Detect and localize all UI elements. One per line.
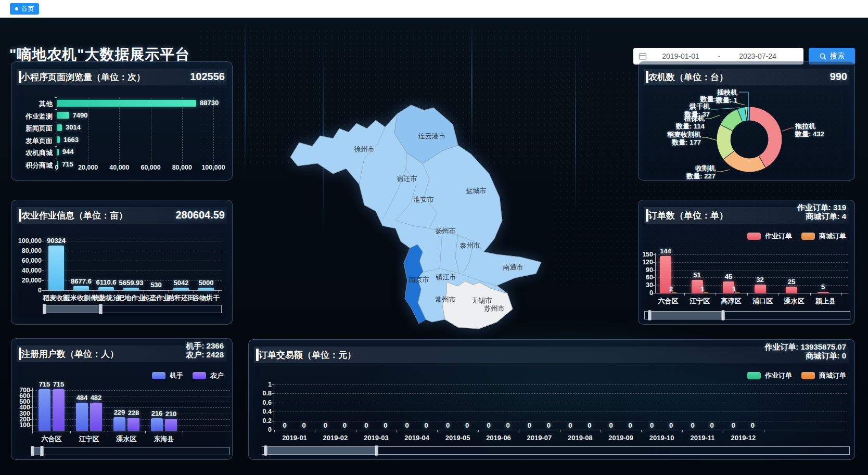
bar[interactable] xyxy=(818,292,829,293)
y-axis-tick-label: 60,000 xyxy=(11,257,42,264)
datazoom-selection[interactable] xyxy=(44,305,101,313)
axis-tick xyxy=(601,430,601,432)
tab-home[interactable]: 首页 xyxy=(10,3,39,15)
axis-tick xyxy=(810,293,811,296)
datazoom-selection[interactable] xyxy=(265,447,377,454)
datazoom-slider[interactable] xyxy=(262,446,850,455)
bar-value-label: 0 xyxy=(648,421,656,429)
axis-tick xyxy=(55,122,57,122)
bar[interactable] xyxy=(73,286,89,290)
decor-streak xyxy=(575,49,576,215)
bar-value-label: 0 xyxy=(585,421,594,429)
axis-tick xyxy=(144,291,144,293)
bar[interactable] xyxy=(57,100,196,107)
bar-value-label: 0 xyxy=(544,421,553,429)
bar[interactable] xyxy=(98,287,114,290)
bar-value-label: 90324 xyxy=(40,237,73,245)
bar[interactable] xyxy=(76,403,88,431)
bar[interactable] xyxy=(755,285,766,293)
bar-value-label: 0 xyxy=(748,421,757,429)
y-axis-tick-label: 60 xyxy=(639,274,653,281)
breadcrumb-bar: 首页 xyxy=(0,0,868,18)
x-axis-line xyxy=(653,293,848,293)
date-separator: - xyxy=(711,52,727,60)
bar[interactable] xyxy=(148,290,164,290)
map-city-label[interactable]: 泰州市 xyxy=(460,241,480,249)
y-axis-tick-label: 80,000 xyxy=(11,247,42,254)
bar[interactable] xyxy=(57,136,60,143)
map-city-label[interactable]: 徐州市 xyxy=(354,145,375,153)
map-city-label[interactable]: 宿迁市 xyxy=(397,175,417,183)
bar[interactable] xyxy=(113,417,125,431)
bar[interactable] xyxy=(123,288,139,290)
y-axis-tick-label: 0 xyxy=(251,426,272,433)
category-label: 其他 xyxy=(11,99,53,109)
category-label: 2019-01 xyxy=(276,434,313,442)
date-start-value[interactable]: 2019-01-01 xyxy=(650,52,711,60)
bar[interactable] xyxy=(165,419,177,431)
users-chart: 100200300400500600700715715六合区484482江宁区2… xyxy=(11,339,232,459)
map-city-label[interactable]: 连云港市 xyxy=(418,132,445,140)
map-city-label[interactable]: 苏州市 xyxy=(484,304,505,312)
map-city-label[interactable]: 扬州市 xyxy=(436,227,456,235)
map-city-label[interactable]: 南通市 xyxy=(503,263,524,271)
category-label: 新闻页面 xyxy=(11,124,53,133)
y-axis-tick-label: 120 xyxy=(639,259,653,266)
category-label: 2019-05 xyxy=(440,434,476,442)
map-city-label[interactable]: 盐城市 xyxy=(466,187,487,195)
datazoom-selection[interactable] xyxy=(649,312,723,319)
map-city-label[interactable]: 常州市 xyxy=(436,296,456,303)
bar[interactable] xyxy=(53,389,65,431)
datazoom-handle-left[interactable] xyxy=(31,446,34,456)
category-label: 浦口区 xyxy=(746,297,780,306)
axis-tick xyxy=(44,291,44,293)
jiangsu-province-map[interactable]: 徐州市连云港市宿迁市淮安市盐城市扬州市泰州市南通市南京市镇江市常州市无锡市苏州市 xyxy=(286,101,546,335)
datazoom-handle-right[interactable] xyxy=(375,445,378,456)
axis-tick xyxy=(70,431,71,433)
bar-value-label: 32 xyxy=(749,276,772,284)
bar-value-label: 0 xyxy=(688,421,697,429)
donut-label-line xyxy=(717,170,730,172)
bar[interactable] xyxy=(57,112,69,119)
category-label: 2019-07 xyxy=(521,434,557,442)
bar-value-label: 88730 xyxy=(200,99,219,107)
gridline xyxy=(274,412,847,412)
bar[interactable] xyxy=(57,149,59,156)
datazoom-slider[interactable] xyxy=(32,447,229,455)
datazoom-handle-right[interactable] xyxy=(40,446,44,456)
bar[interactable] xyxy=(786,287,797,293)
map-city-label[interactable]: 无锡市 xyxy=(472,297,492,304)
datazoom-handle-right[interactable] xyxy=(99,304,103,314)
date-end-value[interactable]: 2023-07-24 xyxy=(727,52,788,60)
donut-label: 收割机数量: 227 xyxy=(637,164,716,180)
bar[interactable] xyxy=(57,124,62,131)
panel-orders: 订单数（单位：单） 作业订单: 319 商城订单: 4 作业订单 商城订单 03… xyxy=(638,200,855,325)
panel-users: 注册用户数（单位：人） 机手: 2366 农户: 2428 机手 农户 1002… xyxy=(11,338,233,460)
datazoom-handle-left[interactable] xyxy=(43,304,46,314)
datazoom-slider[interactable] xyxy=(44,305,222,313)
datazoom-handle-left[interactable] xyxy=(648,310,652,320)
category-label: 六合区 xyxy=(651,297,685,306)
bar[interactable] xyxy=(151,418,163,431)
bar[interactable] xyxy=(90,403,102,431)
map-city-label[interactable]: 南京市 xyxy=(409,276,429,284)
bar[interactable] xyxy=(39,389,50,431)
gridline xyxy=(274,403,847,403)
panel-pageviews: 小程序页面浏览量（单位：次） 102556 其他88730作业监测7490新闻页… xyxy=(11,61,233,181)
orders-chart: 03060901201501442六合区511江宁区451高淳区32浦口区25溧… xyxy=(639,200,854,324)
bar[interactable] xyxy=(127,418,139,431)
y-axis-tick-label: 90 xyxy=(639,266,653,274)
bar[interactable] xyxy=(198,288,214,290)
datazoom-handle-right[interactable] xyxy=(721,310,725,320)
axis-tick xyxy=(42,261,44,261)
bar[interactable] xyxy=(173,288,189,290)
axis-tick xyxy=(55,97,57,98)
datazoom-slider[interactable] xyxy=(644,311,850,319)
bar-value-label: 5 xyxy=(812,283,835,291)
y-axis-tick-label: 0 xyxy=(639,289,653,297)
axis-tick xyxy=(55,159,57,159)
map-city-label[interactable]: 镇江市 xyxy=(436,273,456,281)
datazoom-handle-left[interactable] xyxy=(264,445,267,456)
bar[interactable] xyxy=(48,246,64,290)
map-city-label[interactable]: 淮安市 xyxy=(413,196,434,203)
